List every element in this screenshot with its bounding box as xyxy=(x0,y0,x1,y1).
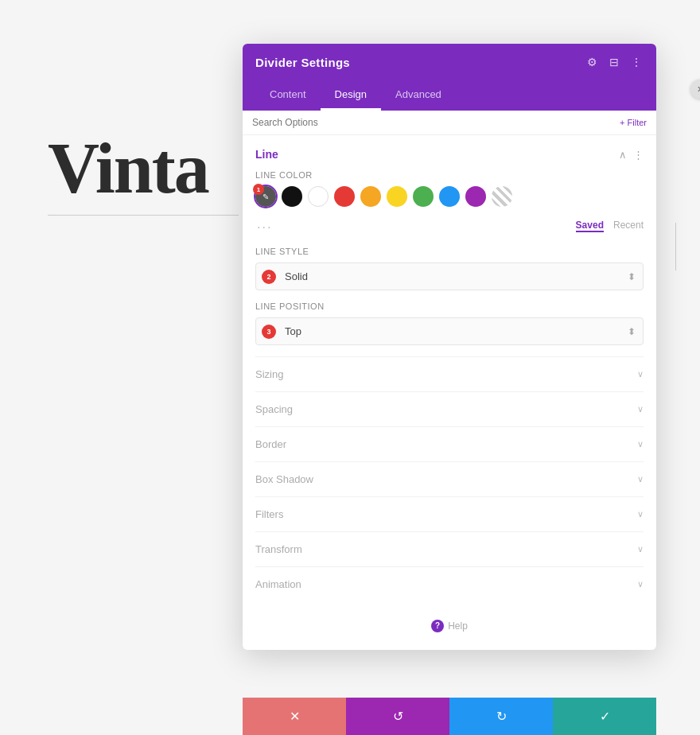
line-section-header: Line ∧ ⋮ xyxy=(255,148,644,161)
undo-button[interactable]: ↺ xyxy=(346,698,449,735)
panel-body: Line ∧ ⋮ Line Color 1 ✎ xyxy=(243,135,656,650)
color-swatch-yellow[interactable] xyxy=(387,186,407,207)
help-button[interactable]: ? Help xyxy=(431,620,468,632)
color-swatch-striped[interactable] xyxy=(492,186,512,207)
tab-advanced[interactable]: Advanced xyxy=(381,80,456,111)
columns-icon[interactable]: ⊟ xyxy=(607,55,621,69)
animation-section: Animation ∨ xyxy=(255,566,644,601)
color-swatches: 1 ✎ xyxy=(255,186,644,207)
help-icon: ? xyxy=(431,620,444,632)
line-position-select-wrapper: 3 Top Center Bottom ⬍ xyxy=(255,317,644,345)
filters-title: Filters xyxy=(255,508,283,520)
line-style-select-wrapper: 2 Solid Dashed Dotted ⬍ xyxy=(255,262,644,290)
spacing-section: Spacing ∨ xyxy=(255,391,644,426)
sizing-chevron: ∨ xyxy=(637,369,644,379)
canvas-sidebar-line xyxy=(675,223,676,270)
search-bar: + Filter xyxy=(243,111,656,135)
border-chevron: ∨ xyxy=(637,439,644,449)
line-style-label: Line Style xyxy=(255,247,644,256)
transform-header[interactable]: Transform ∨ xyxy=(255,543,644,555)
animation-header[interactable]: Animation ∨ xyxy=(255,578,644,590)
collapse-icon[interactable]: ∧ xyxy=(619,149,627,161)
swatch-number-1: 1 xyxy=(253,184,264,195)
filters-header[interactable]: Filters ∨ xyxy=(255,508,644,520)
animation-title: Animation xyxy=(255,578,301,590)
color-swatch-orange[interactable] xyxy=(360,186,381,207)
section-more-icon[interactable]: ⋮ xyxy=(633,149,644,161)
color-swatch-red[interactable] xyxy=(334,186,355,207)
help-label: Help xyxy=(448,620,468,632)
border-title: Border xyxy=(255,438,286,450)
cancel-button[interactable]: ✕ xyxy=(243,698,346,735)
color-more-button[interactable]: ... xyxy=(257,217,272,231)
more-vert-icon[interactable]: ⋮ xyxy=(629,55,644,69)
line-position-group: Line Position 3 Top Center Bottom ⬍ xyxy=(255,301,644,345)
panel-title: Divider Settings xyxy=(255,56,350,69)
line-style-group: Line Style 2 Solid Dashed Dotted ⬍ xyxy=(255,247,644,290)
color-swatch-green[interactable] xyxy=(413,186,434,207)
tabs-bar: Content Design Advanced xyxy=(243,80,656,111)
color-tabs: Saved Recent xyxy=(576,220,644,235)
transform-chevron: ∨ xyxy=(637,544,644,554)
line-position-select[interactable]: Top Center Bottom xyxy=(255,317,644,345)
animation-chevron: ∨ xyxy=(637,579,644,589)
box-shadow-header[interactable]: Box Shadow ∨ xyxy=(255,473,644,485)
box-shadow-chevron: ∨ xyxy=(637,474,644,484)
filter-button[interactable]: + Filter xyxy=(620,118,647,127)
settings-icon[interactable]: ⚙ xyxy=(585,55,599,69)
transform-section: Transform ∨ xyxy=(255,531,644,566)
transform-title: Transform xyxy=(255,543,302,555)
color-swatch-purple[interactable] xyxy=(465,186,486,207)
sizing-header[interactable]: Sizing ∨ xyxy=(255,368,644,380)
line-section-title: Line xyxy=(255,148,278,161)
line-style-badge: 2 xyxy=(262,270,276,284)
edit-icon: ✎ xyxy=(262,192,269,201)
panel-header-icons: ⚙ ⊟ ⋮ xyxy=(585,55,644,69)
sizing-title: Sizing xyxy=(255,368,283,380)
save-button[interactable]: ✓ xyxy=(553,698,656,735)
panel-footer: ✕ ↺ ↻ ✓ xyxy=(243,698,656,735)
line-position-badge: 3 xyxy=(262,325,276,339)
help-area: ? Help xyxy=(255,601,644,640)
line-color-group: Line Color 1 ✎ ... xyxy=(255,170,644,235)
border-header[interactable]: Border ∨ xyxy=(255,438,644,450)
redo-button[interactable]: ↻ xyxy=(449,698,553,735)
search-input[interactable] xyxy=(252,117,613,128)
spacing-header[interactable]: Spacing ∨ xyxy=(255,403,644,415)
sizing-section: Sizing ∨ xyxy=(255,356,644,391)
tab-design[interactable]: Design xyxy=(321,80,381,111)
canvas-divider-line xyxy=(48,215,239,216)
box-shadow-title: Box Shadow xyxy=(255,473,313,485)
panel-header: Divider Settings ⚙ ⊟ ⋮ xyxy=(243,44,656,80)
color-tab-saved[interactable]: Saved xyxy=(576,220,604,232)
box-shadow-section: Box Shadow ∨ xyxy=(255,461,644,496)
canvas-text: Vinta xyxy=(48,127,270,209)
filters-section: Filters ∨ xyxy=(255,496,644,531)
color-swatch-blue[interactable] xyxy=(439,186,460,207)
color-swatch-white[interactable] xyxy=(308,186,329,207)
line-position-label: Line Position xyxy=(255,301,644,311)
spacing-chevron: ∨ xyxy=(637,404,644,414)
divider-settings-panel: Divider Settings ⚙ ⊟ ⋮ Content Design Ad… xyxy=(243,44,656,650)
color-tab-recent[interactable]: Recent xyxy=(613,220,644,232)
border-section: Border ∨ xyxy=(255,426,644,461)
line-style-select[interactable]: Solid Dashed Dotted xyxy=(255,262,644,290)
color-swatch-black[interactable] xyxy=(282,186,302,207)
section-controls: ∧ ⋮ xyxy=(619,149,644,161)
filters-chevron: ∨ xyxy=(637,509,644,519)
line-color-label: Line Color xyxy=(255,170,644,180)
color-swatch-edit[interactable]: 1 ✎ xyxy=(255,186,276,207)
tab-content[interactable]: Content xyxy=(255,80,321,111)
spacing-title: Spacing xyxy=(255,403,293,415)
